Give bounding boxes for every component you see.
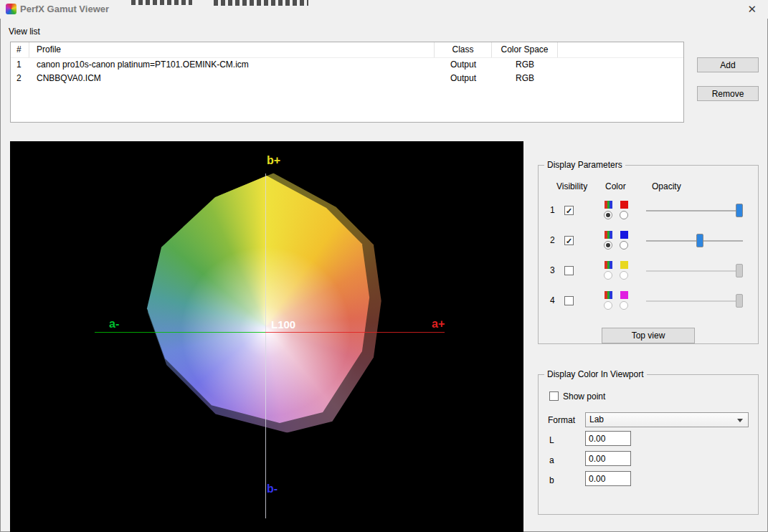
window-title: PerfX Gamut Viewer — [20, 4, 109, 14]
a-minus-label: a- — [109, 318, 119, 331]
parameter-row-4: 4 — [539, 286, 758, 316]
format-value: Lab — [589, 414, 604, 424]
display-color-title: Display Color In Viewport — [544, 369, 647, 379]
rgb-stripes-icon — [605, 291, 612, 299]
row-profile: CNBBQVA0.ICM — [29, 72, 435, 85]
table-row[interactable]: 2 CNBBQVA0.ICM Output RGB — [11, 72, 683, 85]
column-header-profile[interactable]: Profile — [29, 42, 435, 57]
column-header-colorspace[interactable]: Color Space — [492, 42, 558, 57]
display-parameters-title: Display Parameters — [544, 160, 625, 170]
row-class: Output — [435, 72, 492, 85]
gamut-color-radio[interactable] — [604, 211, 612, 219]
slider-track — [646, 270, 743, 272]
gamut-color-radio[interactable] — [604, 301, 612, 310]
display-color-group: Display Color In Viewport Show point For… — [538, 374, 759, 515]
opacity-slider[interactable] — [646, 204, 743, 218]
opacity-slider[interactable] — [646, 264, 743, 278]
a-plus-axis-line — [265, 332, 445, 333]
solid-color-radio[interactable] — [620, 241, 628, 250]
a-minus-axis-line — [95, 332, 265, 333]
solid-color-radio[interactable] — [620, 301, 628, 310]
opacity-slider[interactable] — [646, 294, 743, 308]
solid-color-option[interactable] — [619, 231, 629, 250]
slider-thumb[interactable] — [696, 234, 703, 247]
solid-color-icon — [620, 201, 628, 209]
column-header-num[interactable]: # — [11, 42, 29, 57]
table-row[interactable]: 1 canon pro10s-canon platinum=PT101.OEMI… — [11, 58, 683, 72]
solid-color-radio[interactable] — [620, 271, 628, 280]
b-field-label: b — [549, 475, 554, 485]
gamut-color-radio[interactable] — [604, 271, 612, 280]
solid-color-icon — [620, 261, 628, 269]
add-button[interactable]: Add — [697, 57, 759, 72]
solid-color-option[interactable] — [619, 291, 629, 310]
column-header-class[interactable]: Class — [435, 42, 492, 57]
row-number: 4 — [550, 295, 555, 305]
slider-thumb[interactable] — [736, 204, 743, 217]
row-number: 2 — [550, 235, 555, 245]
background-window-fragment — [131, 0, 192, 5]
color-column-label: Color — [605, 181, 626, 191]
profile-table: # Profile Class Color Space 1 canon pro1… — [10, 42, 684, 123]
gamut-color-option[interactable] — [603, 201, 613, 219]
opacity-slider[interactable] — [646, 234, 743, 248]
gamut-color-option[interactable] — [603, 231, 613, 250]
format-select[interactable]: Lab — [585, 412, 749, 427]
b-plus-label: b+ — [267, 154, 280, 167]
gamut-color-option[interactable] — [603, 261, 613, 280]
a-input[interactable] — [585, 451, 631, 466]
solid-color-radio[interactable] — [620, 211, 628, 219]
row-colorspace: RGB — [492, 72, 558, 85]
gamut-color-option[interactable] — [603, 291, 613, 310]
visibility-checkbox[interactable] — [564, 266, 574, 275]
show-point-label: Show point — [563, 391, 605, 402]
gamut-viewport[interactable]: b+ b- a- a+ L100 — [10, 141, 523, 532]
close-button[interactable]: ✕ — [744, 2, 759, 16]
slider-track — [646, 240, 743, 242]
slider-thumb[interactable] — [736, 294, 743, 308]
visibility-checkbox[interactable]: ✓ — [564, 206, 574, 215]
titlebar: PerfX Gamut Viewer ✕ — [0, 0, 768, 19]
a-plus-label: a+ — [432, 318, 445, 331]
b-minus-label: b- — [267, 483, 278, 495]
chevron-down-icon — [737, 419, 743, 422]
opacity-column-label: Opacity — [652, 181, 681, 191]
slider-thumb[interactable] — [736, 264, 743, 277]
background-window-fragment — [214, 0, 308, 6]
solid-color-option[interactable] — [619, 261, 629, 280]
l-input[interactable] — [585, 431, 631, 446]
solid-color-option[interactable] — [619, 201, 629, 219]
solid-color-icon — [620, 291, 628, 299]
a-field-label: a — [549, 455, 554, 465]
parameter-row-3: 3 — [539, 256, 758, 286]
b-input[interactable] — [585, 471, 631, 486]
visibility-checkbox[interactable] — [564, 296, 574, 305]
show-point-checkbox[interactable] — [549, 391, 559, 401]
slider-track — [646, 300, 743, 302]
solid-color-icon — [620, 231, 628, 239]
l100-label: L100 — [271, 318, 295, 331]
format-label: Format — [548, 415, 575, 425]
l-field-label: L — [549, 435, 554, 445]
remove-button[interactable]: Remove — [697, 86, 759, 101]
row-number: 3 — [550, 265, 555, 275]
row-class: Output — [435, 58, 492, 72]
row-profile: canon pro10s-canon platinum=PT101.OEMINK… — [29, 58, 435, 72]
table-header: # Profile Class Color Space — [11, 42, 683, 58]
visibility-column-label: Visibility — [556, 181, 587, 191]
top-view-button[interactable]: Top view — [602, 328, 695, 343]
slider-track — [646, 210, 743, 212]
display-parameters-group: Display Parameters Visibility Color Opac… — [538, 165, 759, 344]
parameter-rows: 1 ✓ 2 ✓ — [539, 196, 758, 316]
rgb-stripes-icon — [605, 231, 612, 239]
app-icon — [6, 4, 16, 14]
view-list-label: View list — [9, 27, 40, 37]
parameter-row-2: 2 ✓ — [539, 226, 758, 256]
row-num: 1 — [11, 58, 29, 72]
rgb-stripes-icon — [605, 201, 612, 209]
parameter-row-1: 1 ✓ — [539, 196, 758, 226]
row-num: 2 — [11, 72, 29, 85]
gamut-color-radio[interactable] — [604, 241, 612, 250]
row-number: 1 — [550, 205, 555, 215]
visibility-checkbox[interactable]: ✓ — [564, 236, 574, 245]
